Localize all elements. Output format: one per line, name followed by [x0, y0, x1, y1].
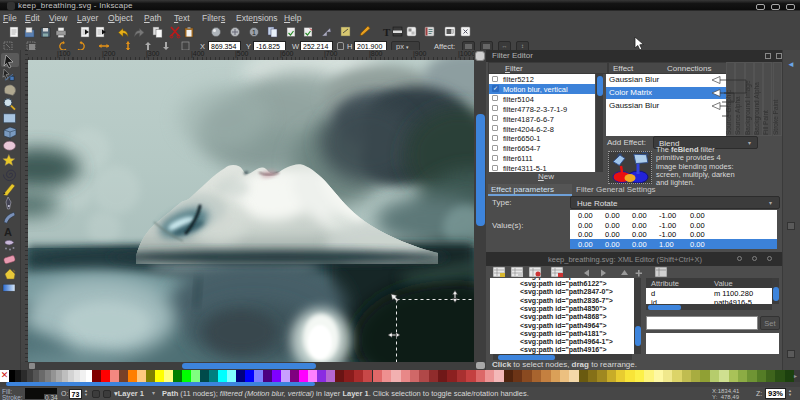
- svg-text:1: 1: [252, 29, 256, 36]
- svg-text:T: T: [383, 26, 391, 38]
- svg-text:A: A: [4, 226, 12, 238]
